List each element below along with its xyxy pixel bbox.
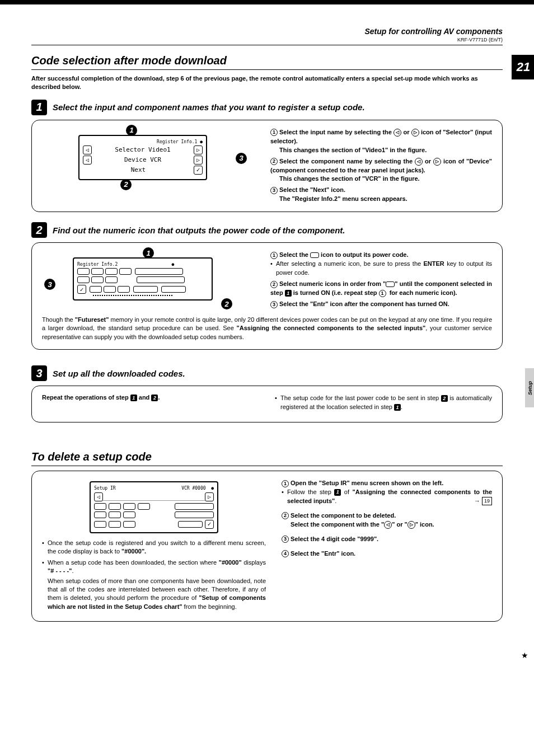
- step3-number: 3: [31, 365, 47, 381]
- t: "Futureset": [75, 316, 109, 323]
- lcd-screen-1: Register Info.1 ● ◁ Selector Video1 ▷ ◁ …: [78, 135, 207, 180]
- callout-2: 2: [221, 298, 232, 309]
- t: "Assigning the connected components to t…: [237, 325, 426, 331]
- substep-4-icon: 4: [282, 550, 289, 557]
- delete-left-notes: Once the setup code is registered and yo…: [42, 539, 266, 611]
- t: and: [139, 394, 150, 401]
- check-icon: ✓: [194, 166, 203, 175]
- delete-panel: Setup IRVCR #0000 ● ◁ ▷: [31, 471, 503, 622]
- page-ref-19: 19: [482, 497, 492, 505]
- ref-step-2: 2: [151, 395, 158, 401]
- t: "#0000".: [121, 548, 146, 555]
- step2-instructions: 1Select the icon to output its power cod…: [270, 251, 492, 309]
- callout-3: 3: [44, 279, 55, 290]
- intro-span: After successful completion of the downl…: [31, 75, 478, 90]
- t: Select the component with the ": [291, 521, 384, 528]
- divider: [31, 45, 503, 45]
- t: Select the "Entr" icon after the compone…: [279, 300, 449, 307]
- ref-step-1: 1: [130, 395, 137, 401]
- substep-2-icon: 2: [282, 512, 289, 519]
- right-arrow-icon: ▷: [194, 156, 203, 165]
- lcd-row3: Next: [131, 166, 146, 173]
- section-title: Setup for controlling AV components: [31, 27, 503, 36]
- page-number-tab: 21: [512, 55, 534, 79]
- step3-title: Set up all the downloaded codes.: [53, 369, 185, 378]
- top-bar: [0, 0, 534, 4]
- callout-1: 1: [126, 125, 137, 136]
- step1-title: Select the input and component names tha…: [53, 102, 365, 112]
- t: Select the input name by selecting the: [279, 129, 392, 135]
- substep-1-icon: 1: [270, 129, 278, 136]
- t: of: [344, 489, 349, 495]
- t: icon to output its power code.: [321, 251, 408, 258]
- step1-panel: 1 3 2 Register Info.1 ● ◁ Selector Video…: [31, 120, 503, 213]
- lcd-row1: Selector Video1: [115, 146, 170, 153]
- callout-1: 1: [143, 247, 154, 259]
- t: or: [403, 129, 409, 135]
- side-tab-setup: Setup: [525, 368, 534, 407]
- t: Select the "Next" icon.: [279, 186, 345, 193]
- t: Select the component to be deleted.: [291, 512, 396, 519]
- ref-step-1: 1: [334, 489, 341, 496]
- t: This changes the section of "VCR" in the…: [270, 175, 492, 184]
- substep-1-icon: 1: [282, 480, 289, 487]
- ref-step-1: 1: [285, 290, 292, 297]
- left-arrow-icon: ◁: [94, 492, 103, 501]
- t: Once the setup code is registered and yo…: [48, 539, 266, 555]
- right-arrow-icon: ▷: [433, 158, 441, 166]
- left-arrow-icon: ◁: [83, 156, 92, 165]
- left-arrow-icon: ◁: [384, 521, 392, 529]
- t: Select the component name by selecting t…: [279, 158, 413, 165]
- right-arrow-icon: ▷: [194, 145, 203, 154]
- delete-instructions: 1Open the "Setup IR" menu screen shown o…: [282, 479, 492, 613]
- t: Repeat the operations of step: [42, 394, 129, 401]
- callout-2: 2: [120, 179, 132, 190]
- ref-step-1: 1: [394, 404, 401, 411]
- t: Follow the step: [287, 489, 331, 495]
- left-arrow-icon: ◁: [415, 158, 423, 166]
- t: .: [72, 567, 73, 574]
- numeric-icon: [386, 281, 395, 287]
- right-arrow-icon: ▷: [205, 492, 214, 501]
- step1-figure: 1 3 2 Register Info.1 ● ◁ Selector Video…: [42, 128, 255, 187]
- step3-header: 3 Set up all the downloaded codes.: [31, 365, 503, 381]
- step3-panel: Repeat the operations of step 1 and 2. T…: [31, 386, 503, 422]
- lcd-screen-2: Register Info.2 ● ✓: [73, 257, 213, 300]
- t: Though the: [42, 316, 73, 323]
- t: is turned ON (i.e. repeat step: [293, 289, 377, 296]
- t: When a setup code has been downloaded, t…: [48, 559, 217, 566]
- step1-instructions: 1Select the input name by selecting the …: [270, 128, 492, 204]
- t: The setup code for the last power code t…: [280, 395, 439, 401]
- numeric-icon: [310, 252, 319, 258]
- substep-3-icon: 3: [270, 301, 278, 308]
- t: from the beginning.: [184, 603, 237, 610]
- t: After selecting a numeric icon, be sure …: [276, 260, 421, 267]
- check-icon: ✓: [205, 520, 214, 529]
- right-arrow-icon: ▷: [411, 129, 419, 137]
- step2-title: Find out the numeric icon that outputs t…: [53, 226, 345, 235]
- check-icon: ✓: [77, 285, 86, 294]
- ref-step-2: 2: [441, 395, 448, 402]
- t: " or ": [392, 521, 407, 528]
- substep-2-icon: 2: [270, 281, 278, 288]
- t: displays: [243, 559, 266, 566]
- lcd-screen-delete: Setup IRVCR #0000 ● ◁ ▷: [90, 481, 218, 533]
- t: " icon.: [415, 521, 434, 528]
- t: Select numeric icons in order from ": [279, 280, 386, 287]
- futureset-note: Though the "Futureset" memory in your re…: [42, 316, 492, 341]
- lcd-row2: Device VCR: [124, 156, 161, 163]
- delete-figure: Setup IRVCR #0000 ● ◁ ▷: [42, 479, 266, 539]
- callout-3: 3: [236, 153, 247, 164]
- star-icon: ★: [521, 651, 528, 660]
- t: Select the 4 digit code "9999".: [291, 536, 378, 542]
- step1-number: 1: [31, 100, 47, 115]
- t: This changes the section of "Video1" in …: [270, 146, 492, 155]
- ref-substep-1: 1: [379, 290, 386, 297]
- t: Select the: [279, 251, 308, 258]
- t: ENTER: [424, 260, 444, 267]
- step2-header: 2 Find out the numeric icon that outputs…: [31, 222, 503, 238]
- model-id: KRF-V7771D (En/T): [31, 37, 503, 43]
- heading-code-selection: Code selection after mode download: [31, 54, 503, 70]
- substep-3-icon: 3: [282, 536, 289, 543]
- t: for each numeric icon).: [390, 289, 457, 296]
